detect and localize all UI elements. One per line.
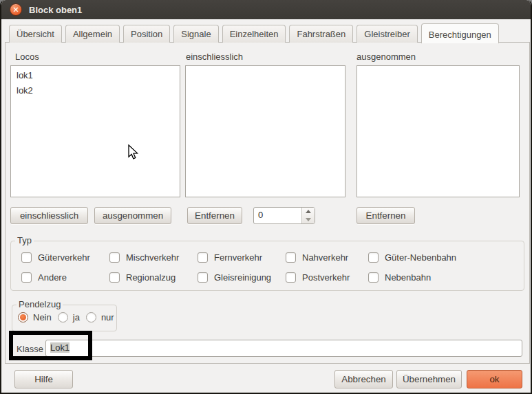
einschliesslich-button[interactable]: einschliesslich [10,207,88,224]
checkbox-label: Regionalzug [126,272,175,283]
radio-nur[interactable]: nur [86,312,114,322]
checkbox-label: Nahverkehr [302,252,348,263]
radio-icon[interactable] [86,312,96,322]
tab-allgemein[interactable]: Allgemein [65,25,120,43]
checkbox-gueter-nebenbahn[interactable]: Güter-Nebenbahn [368,252,524,263]
checkbox-label: Fernverkehr [214,252,262,263]
checkbox-gueterverkehr[interactable]: Güterverkehr [21,252,109,263]
checkbox-icon[interactable] [368,272,379,283]
tab-bar: Übersicht Allgemein Position Signale Ein… [9,23,499,43]
ok-button[interactable]: ok [467,370,522,388]
checkbox-icon[interactable] [286,272,296,283]
checkbox-icon[interactable] [198,272,208,283]
titlebar: ✕ Block oben1 [1,0,531,19]
klasse-label: Klasse [17,344,43,354]
radio-icon[interactable] [18,312,28,322]
checkbox-fernverkehr[interactable]: Fernverkehr [198,252,286,263]
chevron-up-icon [306,210,311,213]
checkbox-label: Postverkehr [302,272,350,283]
checkbox-icon[interactable] [368,252,379,263]
checkbox-gleisreinigung[interactable]: Gleisreinigung [198,272,286,283]
checkbox-icon[interactable] [21,252,32,263]
tab-einzelheiten[interactable]: Einzelheiten [222,25,286,43]
uebernehmen-button[interactable]: Übernehmen [396,370,462,388]
ausgenommen-button[interactable]: ausgenommen [94,207,171,224]
tab-position[interactable]: Position [123,25,170,43]
checkbox-nebenbahn[interactable]: Nebenbahn [368,272,524,283]
tab-gleistreiber[interactable]: Gleistreiber [357,25,417,43]
entfernen-exclude-button[interactable]: Entfernen [357,207,415,224]
checkbox-label: Güterverkehr [38,252,90,263]
checkbox-label: Andere [38,272,67,283]
ausgenommen-label: ausgenommen [357,52,416,62]
einschliesslich-label: einschliesslich [186,52,243,62]
checkbox-andere[interactable]: Andere [21,272,109,283]
dialog-window: ✕ Block oben1 Übersicht Allgemein Positi… [0,0,532,394]
tab-fahrstrassen[interactable]: Fahrstraßen [289,25,353,43]
checkbox-label: Gleisreinigung [214,272,271,283]
radio-label: Nein [33,312,52,322]
checkbox-postverkehr[interactable]: Postverkehr [286,272,368,283]
checkbox-icon[interactable] [198,252,208,263]
spinner-buttons [301,208,315,223]
radio-label: nur [101,312,114,322]
spinner-up-button[interactable] [302,208,315,216]
locos-label: Locos [15,52,39,62]
pendelzug-frame: Pendelzug Nein ja nur [12,305,117,331]
entfernen-include-button[interactable]: Entfernen [187,207,242,224]
checkbox-nahverkehr[interactable]: Nahverkehr [286,252,368,263]
radio-label: ja [73,312,80,322]
checkbox-regionalzug[interactable]: Regionalzug [109,272,198,283]
tab-uebersicht[interactable]: Übersicht [9,25,62,43]
radio-nein[interactable]: Nein [18,312,52,322]
tab-berechtigungen[interactable]: Berechtigungen [421,23,499,43]
ausgenommen-list[interactable] [357,65,520,197]
window-title: Block oben1 [29,5,82,15]
spinner-down-button[interactable] [302,216,315,224]
abbrechen-button[interactable]: Abbrechen [334,370,393,388]
checkbox-mischverkehr[interactable]: Mischverkehr [109,252,198,263]
typ-frame: Typ Güterverkehr Mischverkehr Fernverkeh… [10,241,524,291]
radio-icon[interactable] [58,312,68,322]
typ-checkbox-grid: Güterverkehr Mischverkehr Fernverkehr Na… [11,241,524,283]
tab-signale[interactable]: Signale [173,25,218,43]
checkbox-icon[interactable] [109,272,120,283]
pendelzug-frame-label: Pendelzug [17,299,63,309]
checkbox-label: Güter-Nebenbahn [385,252,456,263]
checkbox-icon[interactable] [21,272,32,283]
locos-list[interactable]: lok1 lok2 [10,65,180,197]
checkbox-icon[interactable] [286,252,296,263]
list-item[interactable]: lok2 [11,83,180,98]
einschliesslich-list[interactable] [185,65,345,197]
typ-frame-label: Typ [15,235,34,245]
spinner-value[interactable]: 0 [254,208,301,223]
checkbox-icon[interactable] [109,252,120,263]
checkbox-label: Nebenbahn [385,272,431,283]
checkbox-label: Mischverkehr [126,252,179,263]
close-icon[interactable]: ✕ [10,3,22,16]
hilfe-button[interactable]: Hilfe [14,370,73,388]
list-item[interactable]: lok1 [11,68,180,83]
count-spinner[interactable]: 0 [253,207,315,224]
radio-ja[interactable]: ja [58,312,80,322]
klasse-input[interactable]: Lok1 [45,340,522,357]
chevron-down-icon [306,218,311,221]
klasse-input-value: Lok1 [50,342,70,353]
